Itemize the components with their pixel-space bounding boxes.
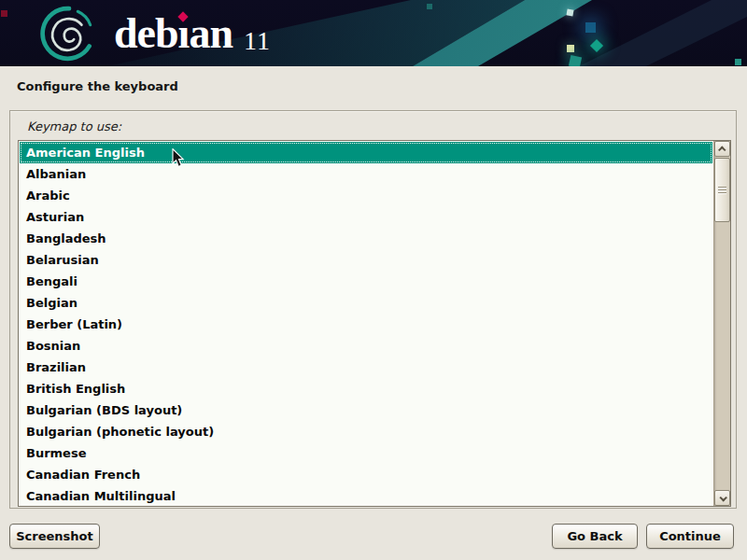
continue-button[interactable]: Continue xyxy=(646,524,734,549)
page-title: Configure the keyboard xyxy=(17,79,178,93)
banner-decoration-square xyxy=(566,8,573,16)
mouse-cursor-icon xyxy=(172,148,186,169)
list-item[interactable]: Bulgarian (BDS layout) xyxy=(20,399,712,421)
chevron-down-icon xyxy=(719,494,726,501)
list-item[interactable]: Belarusian xyxy=(20,249,712,271)
banner-decoration-square xyxy=(590,39,603,52)
list-item[interactable]: Burmese xyxy=(20,442,712,464)
banner-decoration-square xyxy=(1,10,7,17)
banner-decoration-square xyxy=(569,55,582,66)
banner-decoration-square xyxy=(567,45,574,52)
keymap-list: American EnglishAlbanianArabicAsturianBa… xyxy=(20,142,712,507)
list-item[interactable]: Belgian xyxy=(20,292,712,314)
keymap-frame: Keymap to use: American EnglishAlbanianA… xyxy=(9,110,737,509)
list-item[interactable]: Brazilian xyxy=(20,357,712,378)
brand-wordmark: debıan11 xyxy=(114,9,271,63)
list-item[interactable]: Bosnian xyxy=(20,335,712,357)
list-item[interactable]: Berber (Latin) xyxy=(20,314,712,335)
keymap-label: Keymap to use: xyxy=(27,119,121,133)
list-item[interactable]: Bulgarian (phonetic layout) xyxy=(20,421,712,442)
list-item[interactable]: Arabic xyxy=(20,185,712,206)
chevron-up-icon xyxy=(718,146,726,153)
scrollbar-thumb[interactable] xyxy=(714,158,730,222)
banner: debıan11 xyxy=(0,0,747,66)
banner-decoration-square xyxy=(427,4,432,9)
debian-swirl-icon xyxy=(39,4,99,63)
version-number: 11 xyxy=(244,17,271,65)
list-item[interactable]: Bangladesh xyxy=(20,228,712,249)
screenshot-button[interactable]: Screenshot xyxy=(9,524,100,549)
debian-logo: debıan11 xyxy=(39,4,271,63)
list-item[interactable]: Albanian xyxy=(20,163,712,185)
list-item[interactable]: British English xyxy=(20,378,712,399)
banner-decoration-square xyxy=(735,59,741,65)
list-item[interactable]: Canadian Multilingual xyxy=(20,485,712,507)
go-back-button[interactable]: Go Back xyxy=(552,524,638,549)
list-item[interactable]: American English xyxy=(20,142,712,163)
keymap-listbox[interactable]: American EnglishAlbanianArabicAsturianBa… xyxy=(18,140,731,507)
scroll-down-button[interactable] xyxy=(714,490,730,506)
scroll-up-button[interactable] xyxy=(714,141,730,157)
list-item[interactable]: Canadian French xyxy=(20,464,712,485)
list-item[interactable]: Bengali xyxy=(20,271,712,292)
banner-decoration-square xyxy=(585,22,596,33)
list-item[interactable]: Asturian xyxy=(20,206,712,228)
brand-letter-i: ı xyxy=(178,9,190,58)
scrollbar[interactable] xyxy=(713,141,730,506)
